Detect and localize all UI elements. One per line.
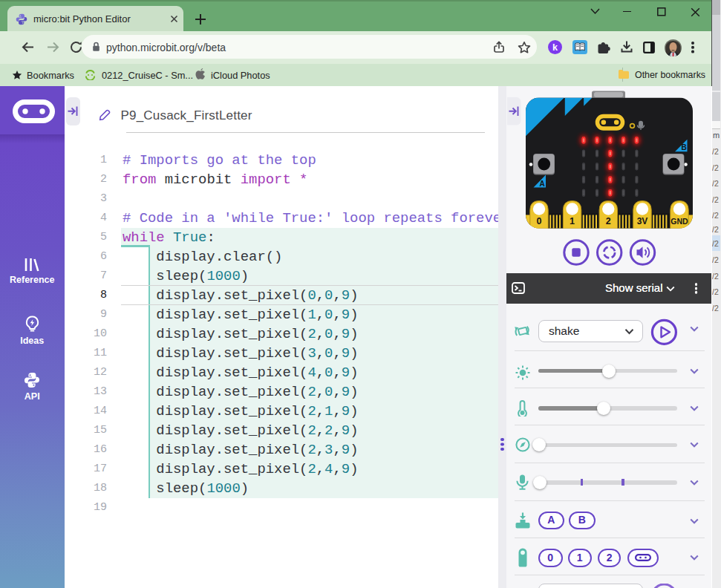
svg-text:2: 2 [606,216,611,226]
svg-text:0: 0 [537,216,542,226]
svg-text:k: k [552,42,558,53]
svg-text:A: A [539,180,544,188]
svg-text:B: B [681,143,686,151]
svg-text:GND: GND [671,217,688,226]
svg-text:1: 1 [570,216,575,226]
svg-text:3V: 3V [637,216,648,226]
